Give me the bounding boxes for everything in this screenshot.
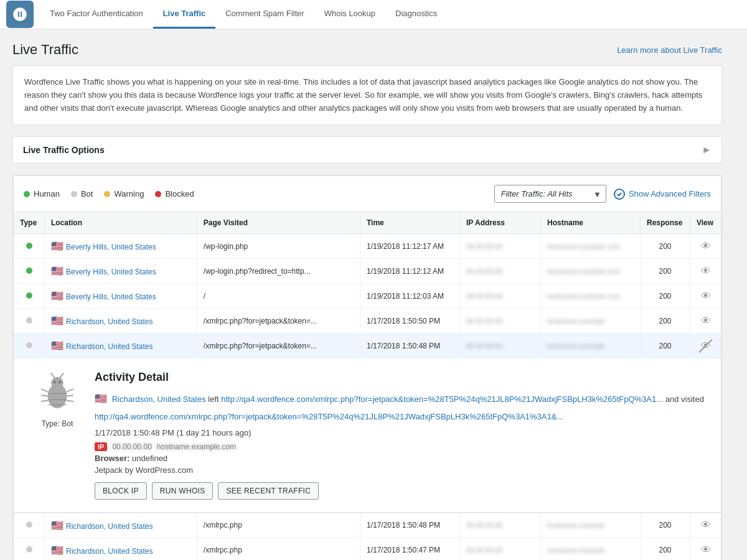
time-cell: 1/17/2018 1:50:48 PM: [360, 513, 460, 538]
svg-line-10: [67, 396, 73, 396]
view-cell[interactable]: 👁: [690, 513, 721, 538]
ip-cell: 00.00.00.00: [460, 538, 541, 560]
bot-type-dot: [26, 317, 32, 324]
tab-comment-spam[interactable]: Comment Spam Filter: [215, 0, 314, 29]
hostname-blurred: hostname.example: [547, 317, 605, 325]
col-header-response: Response: [641, 212, 690, 234]
human-type-dot: [26, 243, 32, 249]
location-cell: 🇺🇸Richardson, United States: [45, 513, 197, 538]
view-cell[interactable]: 👁: [690, 259, 721, 284]
svg-line-4: [51, 374, 55, 378]
response-cell: 200: [641, 538, 690, 560]
type-cell: [14, 284, 45, 309]
ip-blurred: 00.00.00.00: [466, 243, 502, 250]
eye-icon[interactable]: 👁: [697, 315, 715, 327]
flag-icon: 🇺🇸: [51, 520, 63, 531]
location-link[interactable]: Beverly Hills, United States: [66, 268, 156, 276]
activity-url1-link[interactable]: http://qa4.wordfence.com/xmlrpc.php?for=…: [221, 394, 663, 404]
eye-icon[interactable]: 👁: [697, 241, 715, 252]
ip-blurred: 00.00.00.00: [466, 292, 502, 300]
activity-url2-link[interactable]: http://qa4.wordfence.com/xmlrpc.php?for=…: [95, 412, 563, 421]
ip-cell: 00.00.00.00: [460, 334, 541, 358]
flag-icon: 🇺🇸: [51, 241, 63, 251]
hostname-blurred: hostname.example.com: [547, 243, 620, 250]
svg-point-3: [59, 381, 61, 383]
legend-bot-label: Bot: [81, 189, 93, 198]
bot-type-dot: [26, 342, 32, 348]
table-row[interactable]: 🇺🇸Richardson, United States /xmlrpc.php …: [14, 513, 721, 538]
filter-traffic-select[interactable]: Filter Traffic: All Hits: [494, 185, 606, 203]
table-row-selected[interactable]: 🇺🇸Richardson, United States /xmlrpc.php?…: [14, 334, 721, 358]
col-header-page: Page Visited: [197, 212, 360, 234]
block-ip-button[interactable]: BLOCK IP: [95, 482, 147, 500]
view-cell[interactable]: 👁: [690, 334, 721, 358]
action-buttons: BLOCK IP RUN WHOIS SEE RECENT TRAFFIC: [95, 482, 708, 500]
app-container: Two Factor Authentication Live Traffic C…: [0, 0, 747, 560]
table-row[interactable]: 🇺🇸Beverly Hills, United States /wp-login…: [14, 234, 721, 259]
filter-bar: Human Bot Warning Blocked: [13, 175, 721, 212]
page-cell: /xmlrpc.php: [197, 538, 360, 560]
flag-icon: 🇺🇸: [51, 266, 63, 276]
view-cell[interactable]: 👁: [690, 234, 721, 259]
view-cell[interactable]: 👁: [690, 284, 721, 309]
response-cell: 200: [641, 284, 690, 309]
advanced-filters-button[interactable]: Show Advanced Filters: [614, 189, 711, 200]
response-cell: 200: [641, 334, 690, 358]
hostname-blurred: hostname.example.com: [547, 292, 620, 300]
activity-flag: 🇺🇸: [95, 393, 107, 404]
view-cell[interactable]: 👁: [690, 538, 721, 560]
hostname-cell: hostname.example: [541, 334, 641, 358]
activity-location-link[interactable]: Richardson, United States: [112, 394, 206, 404]
table-row[interactable]: 🇺🇸Richardson, United States /xmlrpc.php?…: [14, 309, 721, 334]
activity-content: Activity Detail 🇺🇸 Richardson, United St…: [95, 371, 708, 499]
learn-more-link[interactable]: Learn more about Live Traffic: [617, 45, 722, 55]
tab-two-factor[interactable]: Two Factor Authentication: [40, 0, 153, 29]
location-cell: 🇺🇸Richardson, United States: [45, 334, 197, 358]
filter-select-wrapper: Filter Traffic: All Hits ▼: [494, 185, 606, 203]
time-cell: 1/17/2018 1:50:47 PM: [360, 538, 460, 560]
time-cell: 1/17/2018 1:50:48 PM: [360, 334, 460, 358]
svg-line-8: [42, 401, 48, 401]
eye-icon[interactable]: 👁: [697, 520, 715, 531]
tab-diagnostics[interactable]: Diagnostics: [385, 0, 447, 29]
table-row[interactable]: 🇺🇸Beverly Hills, United States / 1/19/20…: [14, 284, 721, 309]
view-cell[interactable]: 👁: [690, 309, 721, 334]
table-row[interactable]: 🇺🇸Beverly Hills, United States /wp-login…: [14, 259, 721, 284]
bug-svg-icon: [35, 371, 79, 414]
eye-icon[interactable]: 👁: [697, 291, 715, 302]
options-header[interactable]: Live Traffic Options ►: [13, 137, 721, 163]
eye-icon[interactable]: 👁: [697, 266, 715, 277]
location-link[interactable]: Beverly Hills, United States: [66, 243, 156, 251]
location-link[interactable]: Beverly Hills, United States: [66, 292, 156, 301]
location-link[interactable]: Richardson, United States: [66, 317, 153, 326]
svg-point-1: [51, 377, 63, 390]
location-link[interactable]: Richardson, United States: [66, 522, 153, 531]
table-header-row: Type Location Page Visited Time IP Addre…: [14, 212, 721, 234]
hostname-cell: hostname.example: [541, 513, 641, 538]
run-whois-button[interactable]: RUN WHOIS: [152, 482, 214, 500]
location-cell: 🇺🇸Beverly Hills, United States: [45, 284, 197, 309]
type-cell: [14, 513, 45, 538]
time-cell: 1/19/2018 11:12:12 AM: [360, 259, 460, 284]
legend-blocked-label: Blocked: [165, 189, 194, 198]
eye-slash-icon[interactable]: 👁: [697, 340, 715, 352]
response-cell: 200: [641, 513, 690, 538]
time-cell: 1/19/2018 11:12:03 AM: [360, 284, 460, 309]
options-title: Live Traffic Options: [23, 145, 105, 155]
ip-cell: 00.00.00.00: [460, 309, 541, 334]
svg-line-11: [67, 401, 73, 401]
tab-whois[interactable]: Whois Lookup: [314, 0, 385, 29]
page-title: Live Traffic: [12, 42, 78, 58]
location-link[interactable]: Richardson, United States: [66, 547, 153, 556]
tab-live-traffic[interactable]: Live Traffic: [153, 0, 216, 29]
legend-warning: Warning: [104, 189, 144, 198]
location-link[interactable]: Richardson, United States: [66, 342, 153, 351]
see-recent-traffic-button[interactable]: SEE RECENT TRAFFIC: [218, 482, 319, 500]
eye-icon[interactable]: 👁: [697, 544, 715, 556]
hostname-cell: hostname.example.com: [541, 259, 641, 284]
activity-ip-blurred: 00.00.00.00: [112, 442, 151, 451]
table-row[interactable]: 🇺🇸Richardson, United States /xmlrpc.php …: [14, 538, 721, 560]
filter-row: Human Bot Warning Blocked: [24, 185, 711, 203]
ip-blurred: 00.00.00.00: [466, 521, 502, 529]
page-cell: /: [197, 284, 360, 309]
